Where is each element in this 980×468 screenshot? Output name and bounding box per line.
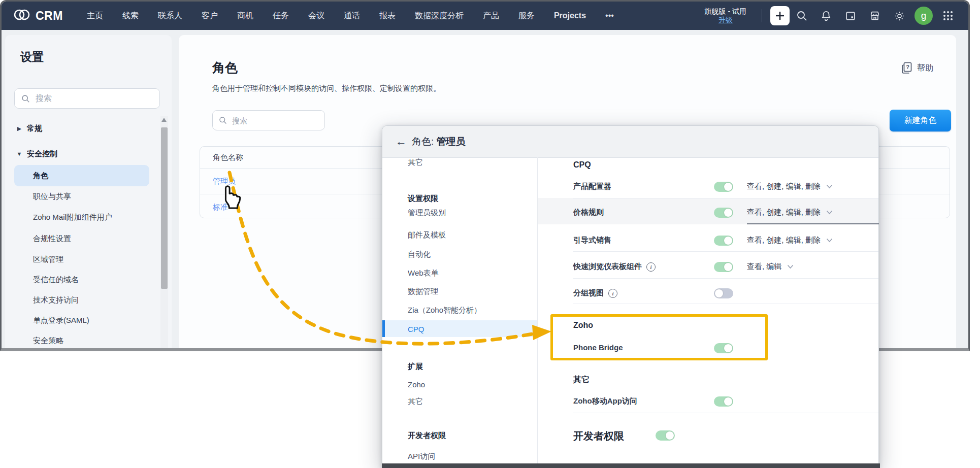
overlay-nav-email-templates[interactable]: 邮件及模板 (408, 229, 446, 241)
plan-block: 旗舰版 - 试用 升级 (705, 7, 746, 25)
nav-item-services[interactable]: 服务 (509, 11, 544, 21)
nav-item-reports[interactable]: 报表 (370, 11, 405, 21)
sidebar-item-profiles[interactable]: 职位与共享 (33, 190, 71, 203)
row-separator (573, 413, 878, 413)
sidebar-search-input[interactable] (35, 93, 138, 104)
sidebar-item-security-policies[interactable]: 安全策略 (33, 335, 63, 347)
toggle-product-configurator[interactable] (714, 182, 733, 192)
chevron-down-icon (826, 238, 833, 243)
row-separator (573, 278, 878, 279)
info-icon[interactable]: i (646, 262, 656, 272)
sidebar-item-zoho-mail-addon[interactable]: Zoho Mail附加组件用户 (33, 211, 112, 223)
settings-gear-icon[interactable] (887, 6, 911, 26)
perm-dropdown-guided-selling[interactable]: 查看, 创建, 编辑, 删除 (747, 236, 833, 245)
sidebar-item-saml-sso[interactable]: 单点登录(SAML) (33, 314, 89, 326)
sidebar-title: 设置 (20, 49, 44, 65)
perm-dropdown-product-configurator[interactable]: 查看, 创建, 编辑, 删除 (747, 182, 833, 191)
sidebar-item-compliance[interactable]: 合规性设置 (33, 232, 71, 245)
role-link-standard[interactable]: 标准 (213, 203, 228, 212)
sidebar-item-roles-selected[interactable]: 角色 (14, 165, 149, 186)
row-separator (573, 304, 878, 304)
sidebar-group-security[interactable]: ▼ 安全控制 (5, 147, 157, 161)
nav-item-products[interactable]: 产品 (473, 11, 509, 21)
nav-item-leads[interactable]: 线索 (113, 11, 148, 21)
overlay-nav-api-access[interactable]: API访问 (408, 450, 435, 462)
sidebar-group-general[interactable]: ▶ 常规 (5, 121, 157, 136)
svg-text:?: ? (906, 64, 909, 70)
overlay-nav-other-ext[interactable]: 其它 (408, 395, 423, 408)
sidebar-scrollbar-thumb[interactable] (161, 127, 168, 289)
chevron-down-icon (787, 264, 794, 269)
toggle-glance-dashboard[interactable] (714, 262, 733, 272)
settings-sidebar: 设置 ▶ 常规 ▼ 安全控制 角色 职位与共享 Zoho Mail附加组件用户 … (5, 35, 172, 351)
other-section-header: 其它 (573, 375, 590, 385)
scrollbar-up-arrow-icon[interactable] (161, 118, 167, 122)
quick-create-button[interactable] (770, 6, 790, 25)
nav-item-deals[interactable]: 商机 (227, 11, 263, 21)
role-link-admin[interactable]: 管理员 (213, 177, 236, 186)
nav-item-analytics[interactable]: 数据深度分析 (405, 11, 473, 21)
perm-label-grouped-view: 分组视图 i (573, 288, 617, 298)
perm-label-guided-selling: 引导式销售 (573, 236, 611, 245)
toggle-phone-bridge[interactable] (714, 343, 733, 353)
overlay-nav-data-admin[interactable]: 数据管理 (408, 285, 438, 297)
nav-item-accounts[interactable]: 客户 (192, 11, 227, 21)
help-button[interactable]: ? 帮助 (902, 62, 933, 74)
overlay-nav-section-setup-permissions: 设置权限 (408, 192, 438, 205)
perm-label-phone-bridge: Phone Bridge (573, 343, 623, 352)
perm-dropdown-price-rules[interactable]: 查看, 创建, 编辑, 删除 (747, 208, 833, 217)
search-icon (219, 116, 227, 124)
marketplace-store-icon[interactable] (863, 6, 887, 26)
sidebar-search[interactable] (14, 88, 160, 109)
overlay-nav-zia[interactable]: Zia（Zoho智能分析） (408, 304, 481, 316)
chevron-down-icon (826, 184, 833, 189)
page-description: 角色用于管理和控制不同模块的访问、操作权限、定制设置的权限。 (212, 84, 441, 93)
nav-item-projects[interactable]: Projects (544, 11, 596, 20)
sidebar-item-trusted-domains[interactable]: 受信任的域名 (33, 274, 79, 286)
overlay-nav-zoho[interactable]: Zoho (408, 378, 425, 390)
overlay-nav-other-clipped[interactable]: 其它 (408, 157, 423, 168)
overlay-nav-webforms[interactable]: Web表单 (408, 267, 439, 279)
toggle-developer-permissions[interactable] (656, 430, 675, 441)
navbar-right-cluster: 旗舰版 - 试用 升级 (705, 6, 960, 26)
nav-item-contacts[interactable]: 联系人 (148, 11, 192, 21)
toggle-mobile-app-access[interactable] (714, 396, 733, 407)
overlay-nav-selected-bg (382, 320, 537, 337)
roles-search[interactable] (212, 110, 325, 130)
notifications-bell-icon[interactable] (814, 6, 838, 26)
perm-label-glance-dashboard: 快速浏览仪表板组件 i (573, 262, 656, 272)
info-icon[interactable]: i (608, 289, 617, 298)
role-detail-overlay: ← 角色: 管理员 其它 设置权限 管理员级别 邮件及模板 自动化 Web表单 … (382, 125, 879, 468)
zoho-rings-icon (13, 7, 31, 24)
plan-label: 旗舰版 - 试用 (705, 7, 746, 16)
new-role-button[interactable]: 新建角色 (890, 110, 951, 131)
overlay-nav-cpq-selected[interactable]: CPQ (408, 323, 424, 335)
nav-item-meetings[interactable]: 会议 (299, 11, 334, 21)
sidebar-item-territory[interactable]: 区域管理 (33, 253, 63, 265)
perm-dropdown-glance-dashboard[interactable]: 查看, 编辑 (747, 262, 794, 272)
nav-item-more[interactable]: ••• (596, 11, 624, 20)
user-avatar[interactable]: g (914, 7, 933, 25)
toggle-grouped-view[interactable] (714, 288, 733, 298)
nav-item-home[interactable]: 主页 (77, 11, 113, 21)
column-role-name: 角色名称 (213, 153, 243, 162)
overlay-nav-automation[interactable]: 自动化 (408, 248, 431, 260)
nav-item-calls[interactable]: 通话 (334, 11, 370, 21)
overlay-nav-admin-level[interactable]: 管理员级别 (408, 207, 446, 219)
screenshot-root: CRM 主页 线索 联系人 客户 商机 任务 会议 通话 报表 数据深度分析 产… (0, 0, 980, 468)
crm-logo[interactable]: CRM (13, 7, 63, 24)
back-arrow-icon[interactable]: ← (396, 136, 407, 147)
toggle-price-rules[interactable] (714, 208, 733, 218)
top-navbar: CRM 主页 线索 联系人 客户 商机 任务 会议 通话 报表 数据深度分析 产… (2, 2, 968, 30)
sidebar-item-support-access[interactable]: 技术支持访问 (33, 294, 79, 306)
search-icon[interactable] (790, 6, 814, 26)
calendar-icon[interactable] (838, 6, 863, 26)
nav-item-tasks[interactable]: 任务 (263, 11, 299, 21)
plus-icon (775, 11, 785, 21)
toggle-guided-selling[interactable] (714, 236, 733, 246)
chevron-right-icon: ▶ (12, 125, 27, 132)
upgrade-link[interactable]: 升级 (705, 16, 746, 25)
roles-search-input[interactable] (231, 116, 309, 125)
app-grid-icon[interactable] (936, 6, 960, 26)
overlay-role-name: 管理员 (437, 136, 466, 147)
